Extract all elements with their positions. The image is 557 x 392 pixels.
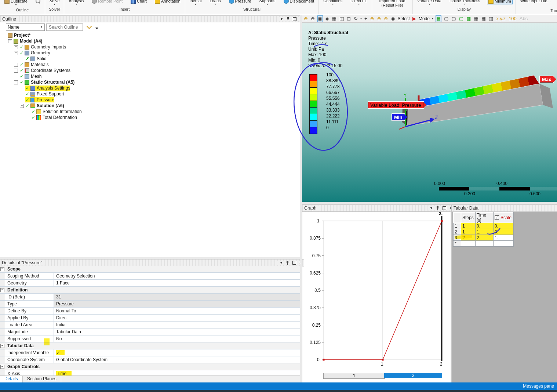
tree-item-analysis-settings[interactable]: ✓Analysis Settings [0, 85, 300, 91]
vertex-filter-icon[interactable]: ▢ [444, 16, 449, 22]
displacement-button[interactable]: Displacement [282, 0, 316, 4]
vertical-splitter[interactable] [300, 15, 302, 382]
tabular-cell[interactable]: 1 [461, 229, 476, 235]
write-input-file-button[interactable]: Write Input File... [519, 0, 552, 4]
expand-icon[interactable]: + [14, 45, 18, 49]
load-history-chart[interactable]: 1.0.8750.750.6250.50.3750.250.1250.1.2.2… [302, 211, 451, 371]
zoom-box-icon[interactable]: ⊕ [303, 16, 308, 22]
step-segment-1[interactable]: 1 [323, 373, 385, 379]
more-options-caret-icon[interactable] [95, 28, 98, 29]
details-value-magnitude[interactable]: Tabular Data [54, 329, 301, 335]
panel-menu-caret-icon[interactable]: ▼ [430, 206, 433, 210]
random-colors-icon[interactable]: ▦ [332, 16, 337, 22]
search-icon-button[interactable] [34, 0, 42, 4]
face-filter-icon[interactable]: ▢ [459, 16, 464, 22]
tree-item-pressure[interactable]: ✓Pressure [0, 97, 300, 103]
mode-cursor-icon[interactable]: ▶ [412, 16, 416, 22]
column-header-scale[interactable]: ✓Scale [494, 213, 514, 223]
tabular-cell[interactable]: 0. [476, 223, 494, 229]
collapse-icon[interactable]: − [0, 344, 4, 348]
minimum-button[interactable]: Minimum [487, 0, 513, 4]
outline-filter-select[interactable]: Name ▼ [6, 23, 45, 31]
expand-icon[interactable]: + [14, 63, 18, 67]
details-group-tabular-data[interactable]: −Tabular Data [0, 342, 301, 349]
maximize-icon[interactable] [443, 206, 446, 210]
isoline-thickness-button[interactable]: Isoline Thickness▾ [448, 0, 482, 7]
tabular-data-table[interactable]: StepsTime [s]✓Scale110.0.211.0.322.1.* [453, 212, 514, 247]
tree-item-total-deformation[interactable]: ✓Total Deformation [0, 115, 300, 120]
tabular-cell[interactable] [494, 241, 514, 247]
units-tag-icon[interactable]: 100 [508, 16, 517, 22]
selection-table-icon[interactable]: ▦ [481, 16, 486, 22]
pressure-button[interactable]: Pressure [227, 0, 253, 4]
tree-item-geometry-imports[interactable]: +✓Geometry Imports [0, 44, 300, 50]
collapse-icon[interactable]: − [0, 267, 4, 271]
pin-icon[interactable] [436, 206, 439, 210]
tab-section-planes[interactable]: Section Planes [23, 376, 61, 383]
details-value-independent-variable[interactable]: Z [54, 349, 301, 356]
chart-button[interactable]: Chart [129, 0, 148, 4]
panel-menu-caret-icon[interactable]: ▼ [280, 261, 283, 265]
details-value-define-by[interactable]: Normal To [54, 308, 301, 314]
column-header-time-s[interactable]: Time [s] [476, 213, 494, 223]
tabular-cell[interactable]: 1. [476, 229, 494, 235]
tabular-cell[interactable]: 2 [461, 235, 476, 241]
pin-icon[interactable] [286, 261, 289, 265]
body-filter-icon[interactable]: ▩ [466, 16, 471, 22]
messages-pane-link[interactable]: Messages pane [523, 384, 554, 389]
tabular-cell[interactable]: 1 [461, 223, 476, 229]
details-value-scoping-method[interactable]: Geometry Selection [54, 273, 301, 279]
scale-checkbox[interactable]: ✓ [495, 215, 499, 220]
details-value-loaded-area[interactable]: Initial [54, 322, 301, 328]
details-group-scope[interactable]: −Scope [0, 266, 301, 273]
collapse-icon[interactable]: − [8, 39, 12, 43]
graphics-viewport[interactable]: Y Z ✗ A: Static StructuralPressureTime: … [302, 23, 557, 202]
supports-button[interactable]: Supports▾ [258, 0, 277, 7]
pin-icon[interactable] [287, 17, 290, 21]
select-filter-icon[interactable]: ▦ [436, 15, 441, 22]
annotation-button[interactable]: Annotation [153, 0, 182, 4]
collapse-icon[interactable]: − [14, 51, 18, 55]
unzoom-icon[interactable]: ⊖ [310, 16, 315, 22]
label-abc-icon[interactable]: Abc [519, 16, 528, 22]
tree-item-solution-a6[interactable]: −✓Solution (A6) [0, 103, 300, 109]
horizontal-splitter[interactable] [302, 202, 557, 204]
tab-details[interactable]: Details [0, 376, 23, 383]
tabular-cell[interactable]: 2. [476, 235, 494, 241]
selection-info-icon[interactable]: ▥ [488, 16, 494, 22]
tree-item-materials[interactable]: +✓Materials [0, 62, 300, 68]
direct-fe-button[interactable]: Direct FE▾ [349, 0, 369, 7]
rotate-icon[interactable]: ↻ [353, 16, 358, 22]
tabular-cell[interactable]: 0. [494, 229, 514, 235]
maximize-icon[interactable] [292, 261, 296, 265]
panel-splitter[interactable] [451, 204, 451, 382]
outline-search-box[interactable] [46, 23, 83, 31]
imported-load-result-file-button[interactable]: Imported Load (Result File) [375, 0, 409, 8]
zoom-mode-icon[interactable]: ⊕ [370, 16, 375, 22]
details-value-coordinate-system[interactable]: Global Coordinate System [54, 356, 301, 363]
details-group-definition[interactable]: −Definition [0, 287, 301, 294]
multi-viewport-reset-icon[interactable]: ◻ [346, 16, 351, 22]
tabular-cell[interactable] [461, 241, 476, 247]
expand-chevron-icon[interactable] [87, 23, 92, 29]
status-bar[interactable]: Messages pane [0, 382, 557, 390]
variable-data-button[interactable]: Variable Data▾ [416, 0, 443, 7]
analysis-button[interactable]: Analysis▾ [67, 0, 85, 7]
tabular-cell[interactable]: 0. [494, 223, 514, 229]
tree-item-fixed-support[interactable]: ✓Fixed Support [0, 91, 300, 97]
expand-icon[interactable]: + [14, 69, 18, 73]
search-input[interactable] [48, 24, 81, 30]
tree-item-project[interactable]: Project* [0, 32, 300, 38]
tree-item-mesh[interactable]: ✓Mesh [0, 73, 300, 79]
shaded-exterior-icon[interactable]: ◆ [325, 16, 330, 22]
collapse-icon[interactable]: − [0, 288, 4, 292]
iso-view-icon[interactable]: ◼ [317, 15, 323, 22]
extend-selection-icon[interactable]: ▦ [473, 16, 478, 22]
tree-item-static-structural-a5[interactable]: −✓Static Structural (A5) [0, 79, 300, 85]
details-group-graph-controls[interactable]: −Graph Controls [0, 363, 301, 370]
details-value-suppressed[interactable]: No [54, 335, 301, 342]
tree-item-solution-information[interactable]: ✓Solution Information [0, 109, 300, 115]
tabular-cell[interactable] [476, 241, 494, 247]
collapse-icon[interactable]: − [20, 104, 24, 108]
tree-item-geometry[interactable]: −✓Geometry [0, 50, 300, 56]
